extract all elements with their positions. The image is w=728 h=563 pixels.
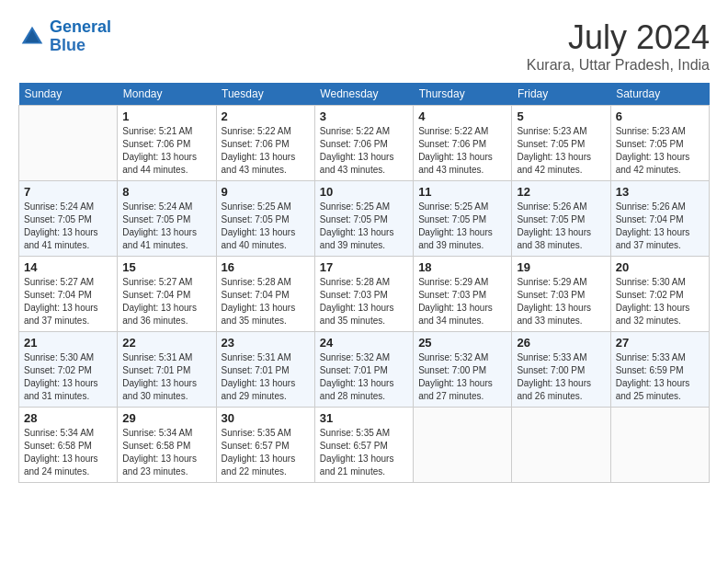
day-cell: [610, 408, 709, 483]
day-number: 2: [222, 109, 310, 123]
header-friday: Friday: [512, 83, 610, 106]
page-header: General Blue July 2024 Kurara, Uttar Pra…: [18, 18, 710, 74]
day-number: 14: [24, 260, 112, 274]
logo: General Blue: [18, 18, 111, 55]
day-info: Sunrise: 5:21 AM Sunset: 7:06 PM Dayligh…: [122, 125, 210, 177]
day-number: 21: [24, 336, 112, 350]
title-block: July 2024 Kurara, Uttar Pradesh, India: [527, 18, 710, 74]
day-number: 3: [320, 109, 408, 123]
day-info: Sunrise: 5:31 AM Sunset: 7:01 PM Dayligh…: [122, 351, 210, 403]
day-number: 8: [122, 185, 210, 199]
day-cell: 17Sunrise: 5:28 AM Sunset: 7:03 PM Dayli…: [314, 257, 413, 332]
day-number: 24: [320, 336, 408, 350]
logo-icon: [18, 23, 46, 51]
day-cell: [19, 106, 118, 181]
week-row-1: 1Sunrise: 5:21 AM Sunset: 7:06 PM Daylig…: [19, 106, 710, 181]
day-number: 20: [616, 260, 704, 274]
day-info: Sunrise: 5:35 AM Sunset: 6:57 PM Dayligh…: [320, 427, 408, 478]
day-info: Sunrise: 5:26 AM Sunset: 7:04 PM Dayligh…: [616, 201, 704, 252]
day-cell: 13Sunrise: 5:26 AM Sunset: 7:04 PM Dayli…: [610, 181, 709, 257]
day-info: Sunrise: 5:28 AM Sunset: 7:04 PM Dayligh…: [222, 276, 310, 327]
day-cell: 12Sunrise: 5:26 AM Sunset: 7:05 PM Dayli…: [512, 181, 610, 257]
day-number: 30: [222, 411, 310, 425]
header-thursday: Thursday: [414, 83, 512, 106]
day-number: 19: [517, 260, 605, 274]
day-info: Sunrise: 5:24 AM Sunset: 7:05 PM Dayligh…: [24, 201, 112, 252]
day-number: 31: [320, 411, 408, 425]
day-info: Sunrise: 5:28 AM Sunset: 7:03 PM Dayligh…: [320, 276, 408, 327]
day-cell: 31Sunrise: 5:35 AM Sunset: 6:57 PM Dayli…: [314, 408, 413, 483]
day-number: 23: [222, 336, 310, 350]
day-number: 7: [24, 185, 112, 199]
day-info: Sunrise: 5:22 AM Sunset: 7:06 PM Dayligh…: [222, 125, 310, 177]
day-cell: 8Sunrise: 5:24 AM Sunset: 7:05 PM Daylig…: [118, 181, 216, 257]
day-cell: 15Sunrise: 5:27 AM Sunset: 7:04 PM Dayli…: [118, 257, 216, 332]
day-number: 18: [418, 260, 506, 274]
day-cell: 30Sunrise: 5:35 AM Sunset: 6:57 PM Dayli…: [216, 408, 314, 483]
day-number: 17: [320, 260, 408, 274]
day-cell: 16Sunrise: 5:28 AM Sunset: 7:04 PM Dayli…: [216, 257, 314, 332]
day-number: 6: [616, 109, 704, 123]
day-number: 16: [222, 260, 310, 274]
day-info: Sunrise: 5:30 AM Sunset: 7:02 PM Dayligh…: [24, 351, 112, 403]
day-number: 1: [122, 109, 210, 123]
week-row-3: 14Sunrise: 5:27 AM Sunset: 7:04 PM Dayli…: [19, 257, 710, 332]
day-number: 10: [320, 185, 408, 199]
day-info: Sunrise: 5:26 AM Sunset: 7:05 PM Dayligh…: [517, 201, 605, 252]
day-cell: 25Sunrise: 5:32 AM Sunset: 7:00 PM Dayli…: [414, 332, 512, 408]
day-info: Sunrise: 5:30 AM Sunset: 7:02 PM Dayligh…: [616, 276, 704, 327]
day-cell: 1Sunrise: 5:21 AM Sunset: 7:06 PM Daylig…: [118, 106, 216, 181]
day-info: Sunrise: 5:22 AM Sunset: 7:06 PM Dayligh…: [418, 125, 506, 177]
day-info: Sunrise: 5:25 AM Sunset: 7:05 PM Dayligh…: [320, 201, 408, 252]
day-info: Sunrise: 5:23 AM Sunset: 7:05 PM Dayligh…: [517, 125, 605, 177]
day-cell: [414, 408, 512, 483]
day-number: 29: [122, 411, 210, 425]
day-cell: 18Sunrise: 5:29 AM Sunset: 7:03 PM Dayli…: [414, 257, 512, 332]
day-info: Sunrise: 5:34 AM Sunset: 6:58 PM Dayligh…: [122, 427, 210, 478]
day-info: Sunrise: 5:25 AM Sunset: 7:05 PM Dayligh…: [222, 201, 310, 252]
day-cell: 21Sunrise: 5:30 AM Sunset: 7:02 PM Dayli…: [19, 332, 118, 408]
day-info: Sunrise: 5:27 AM Sunset: 7:04 PM Dayligh…: [24, 276, 112, 327]
day-cell: 24Sunrise: 5:32 AM Sunset: 7:01 PM Dayli…: [314, 332, 413, 408]
day-number: 13: [616, 185, 704, 199]
day-cell: 28Sunrise: 5:34 AM Sunset: 6:58 PM Dayli…: [19, 408, 118, 483]
day-cell: 27Sunrise: 5:33 AM Sunset: 6:59 PM Dayli…: [610, 332, 709, 408]
day-number: 25: [418, 336, 506, 350]
day-cell: 6Sunrise: 5:23 AM Sunset: 7:05 PM Daylig…: [610, 106, 709, 181]
day-number: 15: [122, 260, 210, 274]
week-row-4: 21Sunrise: 5:30 AM Sunset: 7:02 PM Dayli…: [19, 332, 710, 408]
day-info: Sunrise: 5:23 AM Sunset: 7:05 PM Dayligh…: [616, 125, 704, 177]
day-info: Sunrise: 5:29 AM Sunset: 7:03 PM Dayligh…: [418, 276, 506, 327]
day-number: 28: [24, 411, 112, 425]
day-cell: 7Sunrise: 5:24 AM Sunset: 7:05 PM Daylig…: [19, 181, 118, 257]
day-info: Sunrise: 5:33 AM Sunset: 7:00 PM Dayligh…: [517, 351, 605, 403]
day-cell: 9Sunrise: 5:25 AM Sunset: 7:05 PM Daylig…: [216, 181, 314, 257]
day-info: Sunrise: 5:32 AM Sunset: 7:01 PM Dayligh…: [320, 351, 408, 403]
day-cell: 3Sunrise: 5:22 AM Sunset: 7:06 PM Daylig…: [314, 106, 413, 181]
day-cell: 26Sunrise: 5:33 AM Sunset: 7:00 PM Dayli…: [512, 332, 610, 408]
logo-text: General Blue: [50, 18, 111, 55]
header-monday: Monday: [118, 83, 216, 106]
week-row-2: 7Sunrise: 5:24 AM Sunset: 7:05 PM Daylig…: [19, 181, 710, 257]
day-cell: 4Sunrise: 5:22 AM Sunset: 7:06 PM Daylig…: [414, 106, 512, 181]
day-info: Sunrise: 5:35 AM Sunset: 6:57 PM Dayligh…: [222, 427, 310, 478]
day-info: Sunrise: 5:32 AM Sunset: 7:00 PM Dayligh…: [418, 351, 506, 403]
day-cell: 14Sunrise: 5:27 AM Sunset: 7:04 PM Dayli…: [19, 257, 118, 332]
day-info: Sunrise: 5:31 AM Sunset: 7:01 PM Dayligh…: [222, 351, 310, 403]
header-sunday: Sunday: [19, 83, 118, 106]
day-number: 4: [418, 109, 506, 123]
day-info: Sunrise: 5:24 AM Sunset: 7:05 PM Dayligh…: [122, 201, 210, 252]
day-info: Sunrise: 5:29 AM Sunset: 7:03 PM Dayligh…: [517, 276, 605, 327]
day-number: 26: [517, 336, 605, 350]
day-info: Sunrise: 5:27 AM Sunset: 7:04 PM Dayligh…: [122, 276, 210, 327]
header-tuesday: Tuesday: [216, 83, 314, 106]
day-number: 22: [122, 336, 210, 350]
day-info: Sunrise: 5:33 AM Sunset: 6:59 PM Dayligh…: [616, 351, 704, 403]
header-wednesday: Wednesday: [314, 83, 413, 106]
month-year: July 2024: [527, 18, 710, 57]
calendar-header-row: SundayMondayTuesdayWednesdayThursdayFrid…: [19, 83, 710, 106]
day-number: 27: [616, 336, 704, 350]
day-number: 5: [517, 109, 605, 123]
header-saturday: Saturday: [610, 83, 709, 106]
day-number: 9: [222, 185, 310, 199]
